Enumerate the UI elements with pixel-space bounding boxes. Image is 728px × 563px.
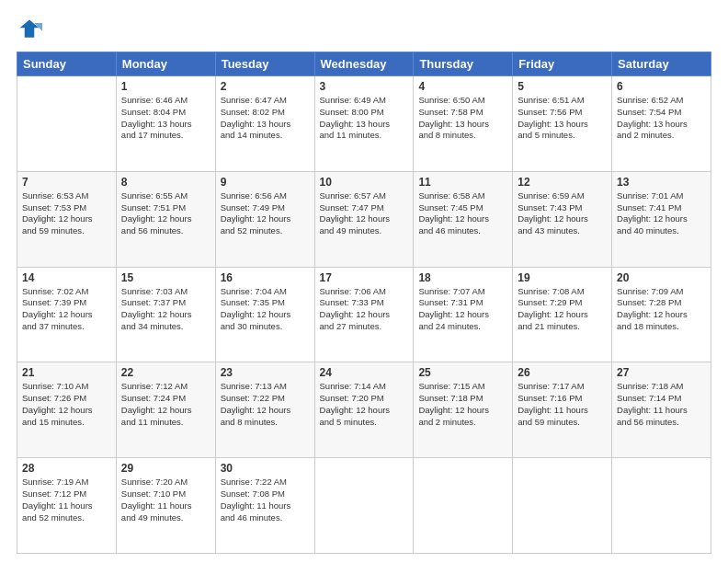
day-cell	[414, 458, 513, 554]
col-header-sunday: Sunday	[17, 52, 117, 76]
day-cell: 17Sunrise: 7:06 AM Sunset: 7:33 PM Dayli…	[314, 267, 414, 362]
day-number: 29	[121, 462, 210, 475]
day-number: 12	[518, 176, 607, 189]
day-cell: 6Sunrise: 6:52 AM Sunset: 7:54 PM Daylig…	[612, 76, 711, 172]
day-info: Sunrise: 7:19 AM Sunset: 7:12 PM Dayligh…	[22, 477, 111, 523]
col-header-saturday: Saturday	[612, 52, 711, 76]
day-number: 18	[418, 271, 507, 284]
logo-icon	[17, 17, 42, 42]
day-number: 22	[121, 366, 210, 379]
day-info: Sunrise: 6:49 AM Sunset: 8:00 PM Dayligh…	[320, 95, 409, 142]
day-info: Sunrise: 7:15 AM Sunset: 7:18 PM Dayligh…	[418, 381, 507, 428]
day-cell: 13Sunrise: 7:01 AM Sunset: 7:41 PM Dayli…	[612, 171, 711, 267]
day-number: 24	[320, 366, 409, 379]
day-cell: 2Sunrise: 6:47 AM Sunset: 8:02 PM Daylig…	[215, 76, 314, 172]
day-info: Sunrise: 6:57 AM Sunset: 7:47 PM Dayligh…	[320, 190, 409, 237]
day-info: Sunrise: 7:22 AM Sunset: 7:08 PM Dayligh…	[221, 477, 310, 523]
col-header-wednesday: Wednesday	[314, 52, 414, 76]
day-cell: 19Sunrise: 7:08 AM Sunset: 7:29 PM Dayli…	[513, 267, 612, 362]
day-info: Sunrise: 6:51 AM Sunset: 7:56 PM Dayligh…	[518, 95, 607, 142]
day-info: Sunrise: 7:14 AM Sunset: 7:20 PM Dayligh…	[320, 381, 409, 428]
day-info: Sunrise: 7:10 AM Sunset: 7:26 PM Dayligh…	[22, 381, 111, 428]
day-info: Sunrise: 6:53 AM Sunset: 7:53 PM Dayligh…	[22, 190, 111, 237]
day-cell: 29Sunrise: 7:20 AM Sunset: 7:10 PM Dayli…	[116, 458, 215, 554]
day-info: Sunrise: 7:20 AM Sunset: 7:10 PM Dayligh…	[121, 477, 210, 523]
day-number: 23	[221, 366, 310, 379]
day-info: Sunrise: 7:04 AM Sunset: 7:35 PM Dayligh…	[221, 286, 310, 333]
day-info: Sunrise: 6:46 AM Sunset: 8:04 PM Dayligh…	[121, 95, 210, 142]
day-info: Sunrise: 6:52 AM Sunset: 7:54 PM Dayligh…	[617, 95, 706, 142]
day-cell: 10Sunrise: 6:57 AM Sunset: 7:47 PM Dayli…	[314, 171, 414, 267]
svg-marker-0	[20, 20, 40, 38]
day-info: Sunrise: 6:59 AM Sunset: 7:43 PM Dayligh…	[518, 190, 607, 237]
day-number: 6	[617, 80, 706, 93]
day-cell: 4Sunrise: 6:50 AM Sunset: 7:58 PM Daylig…	[414, 76, 513, 172]
day-number: 16	[221, 271, 310, 284]
header-row: SundayMondayTuesdayWednesdayThursdayFrid…	[17, 52, 711, 76]
day-number: 20	[617, 271, 706, 284]
day-cell: 5Sunrise: 6:51 AM Sunset: 7:56 PM Daylig…	[513, 76, 612, 172]
week-row-4: 21Sunrise: 7:10 AM Sunset: 7:26 PM Dayli…	[17, 362, 711, 458]
day-info: Sunrise: 6:56 AM Sunset: 7:49 PM Dayligh…	[221, 190, 310, 237]
day-number: 17	[320, 271, 409, 284]
day-cell	[612, 458, 711, 554]
day-number: 27	[617, 366, 706, 379]
day-cell: 23Sunrise: 7:13 AM Sunset: 7:22 PM Dayli…	[215, 362, 314, 458]
day-info: Sunrise: 7:18 AM Sunset: 7:14 PM Dayligh…	[617, 381, 706, 428]
day-cell: 25Sunrise: 7:15 AM Sunset: 7:18 PM Dayli…	[414, 362, 513, 458]
day-info: Sunrise: 7:07 AM Sunset: 7:31 PM Dayligh…	[418, 286, 507, 333]
day-cell: 14Sunrise: 7:02 AM Sunset: 7:39 PM Dayli…	[17, 267, 117, 362]
day-info: Sunrise: 7:09 AM Sunset: 7:28 PM Dayligh…	[617, 286, 706, 333]
day-cell: 11Sunrise: 6:58 AM Sunset: 7:45 PM Dayli…	[414, 171, 513, 267]
day-cell	[513, 458, 612, 554]
day-number: 1	[121, 80, 210, 93]
day-number: 14	[22, 271, 111, 284]
logo	[17, 17, 46, 42]
day-info: Sunrise: 7:08 AM Sunset: 7:29 PM Dayligh…	[518, 286, 607, 333]
day-info: Sunrise: 7:03 AM Sunset: 7:37 PM Dayligh…	[121, 286, 210, 333]
col-header-monday: Monday	[116, 52, 215, 76]
day-cell: 7Sunrise: 6:53 AM Sunset: 7:53 PM Daylig…	[17, 171, 117, 267]
week-row-5: 28Sunrise: 7:19 AM Sunset: 7:12 PM Dayli…	[17, 458, 711, 554]
day-cell	[17, 76, 117, 172]
day-info: Sunrise: 7:13 AM Sunset: 7:22 PM Dayligh…	[221, 381, 310, 428]
day-cell: 30Sunrise: 7:22 AM Sunset: 7:08 PM Dayli…	[215, 458, 314, 554]
day-cell: 20Sunrise: 7:09 AM Sunset: 7:28 PM Dayli…	[612, 267, 711, 362]
day-cell: 15Sunrise: 7:03 AM Sunset: 7:37 PM Dayli…	[116, 267, 215, 362]
week-row-1: 1Sunrise: 6:46 AM Sunset: 8:04 PM Daylig…	[17, 76, 711, 172]
day-number: 21	[22, 366, 111, 379]
day-cell: 8Sunrise: 6:55 AM Sunset: 7:51 PM Daylig…	[116, 171, 215, 267]
day-number: 19	[518, 271, 607, 284]
day-number: 10	[320, 176, 409, 189]
day-cell: 22Sunrise: 7:12 AM Sunset: 7:24 PM Dayli…	[116, 362, 215, 458]
day-info: Sunrise: 7:17 AM Sunset: 7:16 PM Dayligh…	[518, 381, 607, 428]
day-cell: 26Sunrise: 7:17 AM Sunset: 7:16 PM Dayli…	[513, 362, 612, 458]
day-info: Sunrise: 7:02 AM Sunset: 7:39 PM Dayligh…	[22, 286, 111, 333]
day-number: 3	[320, 80, 409, 93]
day-number: 7	[22, 176, 111, 189]
day-number: 28	[22, 462, 111, 475]
day-info: Sunrise: 7:12 AM Sunset: 7:24 PM Dayligh…	[121, 381, 210, 428]
col-header-tuesday: Tuesday	[215, 52, 314, 76]
page: SundayMondayTuesdayWednesdayThursdayFrid…	[0, 0, 728, 563]
week-row-3: 14Sunrise: 7:02 AM Sunset: 7:39 PM Dayli…	[17, 267, 711, 362]
day-info: Sunrise: 7:06 AM Sunset: 7:33 PM Dayligh…	[320, 286, 409, 333]
day-cell: 12Sunrise: 6:59 AM Sunset: 7:43 PM Dayli…	[513, 171, 612, 267]
day-cell: 21Sunrise: 7:10 AM Sunset: 7:26 PM Dayli…	[17, 362, 117, 458]
day-info: Sunrise: 7:01 AM Sunset: 7:41 PM Dayligh…	[617, 190, 706, 237]
week-row-2: 7Sunrise: 6:53 AM Sunset: 7:53 PM Daylig…	[17, 171, 711, 267]
day-number: 4	[418, 80, 507, 93]
day-number: 13	[617, 176, 706, 189]
day-cell: 27Sunrise: 7:18 AM Sunset: 7:14 PM Dayli…	[612, 362, 711, 458]
day-number: 26	[518, 366, 607, 379]
header	[17, 17, 711, 42]
day-cell: 28Sunrise: 7:19 AM Sunset: 7:12 PM Dayli…	[17, 458, 117, 554]
day-info: Sunrise: 6:55 AM Sunset: 7:51 PM Dayligh…	[121, 190, 210, 237]
col-header-thursday: Thursday	[414, 52, 513, 76]
day-cell: 3Sunrise: 6:49 AM Sunset: 8:00 PM Daylig…	[314, 76, 414, 172]
day-number: 25	[418, 366, 507, 379]
day-number: 15	[121, 271, 210, 284]
day-number: 2	[221, 80, 310, 93]
day-info: Sunrise: 6:50 AM Sunset: 7:58 PM Dayligh…	[418, 95, 507, 142]
calendar-table: SundayMondayTuesdayWednesdayThursdayFrid…	[17, 52, 711, 554]
